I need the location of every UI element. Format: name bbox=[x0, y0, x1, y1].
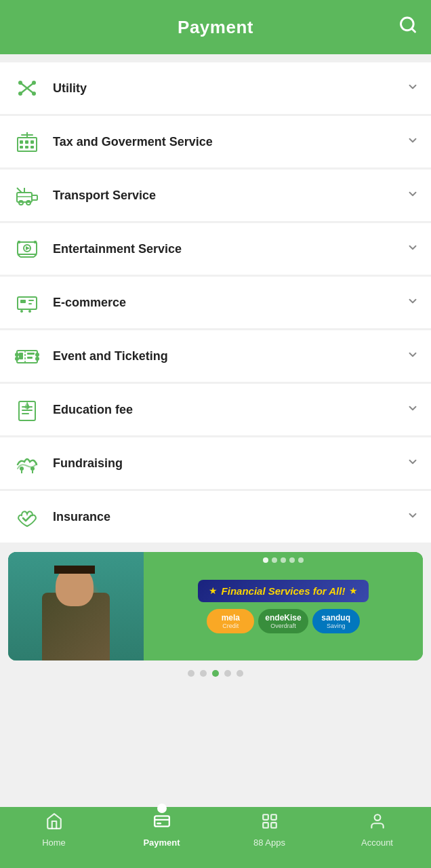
pagination-dots bbox=[0, 670, 431, 677]
page-dot-1[interactable] bbox=[188, 670, 194, 677]
pill-endekise-sub: Overdraft bbox=[265, 623, 301, 629]
svg-rect-62 bbox=[271, 823, 276, 828]
pill-sanduq-name: sanduq bbox=[319, 613, 353, 623]
nav-label-apps: 88 Apps bbox=[253, 837, 285, 848]
svg-rect-9 bbox=[20, 140, 23, 144]
svg-point-36 bbox=[20, 310, 23, 313]
banner-inner: ★ Financial Services for All! ★ mela Cre… bbox=[8, 552, 423, 660]
banner-pill-sanduq: sanduq Saving bbox=[312, 609, 360, 633]
page-dot-5[interactable] bbox=[237, 670, 243, 677]
svg-rect-10 bbox=[25, 140, 28, 144]
banner-pills: mela Credit endeKise Overdraft sanduq Sa… bbox=[207, 609, 359, 633]
education-icon bbox=[12, 395, 42, 425]
svg-rect-12 bbox=[20, 146, 23, 149]
transport-label: Transport Service bbox=[53, 189, 407, 203]
tax-label: Tax and Goverment Service bbox=[53, 135, 407, 149]
chevron-down-icon bbox=[407, 349, 419, 364]
svg-rect-18 bbox=[32, 195, 37, 200]
utility-icon bbox=[12, 73, 42, 103]
svg-rect-14 bbox=[30, 146, 34, 149]
menu-item-tax[interactable]: Tax and Goverment Service bbox=[0, 116, 431, 167]
svg-point-42 bbox=[35, 353, 39, 357]
banner-photo bbox=[8, 552, 144, 660]
fundraising-label: Fundraising bbox=[53, 456, 407, 471]
svg-rect-56 bbox=[155, 816, 169, 826]
svg-rect-30 bbox=[18, 241, 20, 243]
insurance-icon bbox=[12, 502, 42, 532]
svg-rect-13 bbox=[25, 146, 28, 149]
fundraising-icon bbox=[12, 448, 42, 478]
nav-item-home[interactable]: Home bbox=[0, 812, 108, 848]
chevron-down-icon bbox=[407, 134, 419, 150]
chevron-down-icon bbox=[407, 81, 419, 96]
nav-label-payment: Payment bbox=[143, 837, 180, 848]
chevron-down-icon bbox=[407, 402, 419, 418]
chevron-down-icon bbox=[407, 295, 419, 311]
header: Payment bbox=[0, 0, 431, 54]
svg-rect-11 bbox=[30, 140, 34, 144]
menu-item-education[interactable]: Education fee bbox=[0, 384, 431, 435]
svg-point-40 bbox=[15, 353, 19, 357]
menu-item-insurance[interactable]: Insurance bbox=[0, 491, 431, 542]
svg-rect-59 bbox=[263, 814, 268, 820]
pill-mela-sub: Credit bbox=[213, 623, 247, 629]
payment-icon bbox=[153, 812, 171, 835]
menu-item-transport[interactable]: Transport Service bbox=[0, 170, 431, 221]
svg-rect-8 bbox=[18, 138, 37, 151]
pill-endekise-name: endeKise bbox=[265, 613, 301, 623]
svg-point-43 bbox=[35, 357, 39, 361]
svg-rect-47 bbox=[19, 353, 23, 359]
banner-pill-mela: mela Credit bbox=[207, 609, 254, 633]
svg-point-6 bbox=[18, 92, 22, 96]
svg-point-41 bbox=[15, 357, 19, 361]
page-dot-2[interactable] bbox=[200, 670, 207, 677]
svg-rect-31 bbox=[34, 241, 37, 243]
svg-rect-60 bbox=[271, 814, 276, 820]
insurance-label: Insurance bbox=[53, 510, 407, 524]
event-label: Event and Ticketing bbox=[53, 349, 407, 363]
tax-icon bbox=[12, 127, 42, 157]
menu-item-utility[interactable]: Utility bbox=[0, 62, 431, 114]
svg-rect-45 bbox=[27, 353, 35, 355]
svg-line-22 bbox=[17, 188, 22, 193]
bottom-navigation: Home Payment 88 Apps bbox=[0, 807, 431, 868]
banner-title: Financial Services for All! bbox=[222, 585, 346, 597]
menu-item-ecommerce[interactable]: E-commerce bbox=[0, 277, 431, 328]
svg-point-7 bbox=[32, 92, 36, 96]
nav-item-apps[interactable]: 88 Apps bbox=[216, 812, 323, 848]
chevron-down-icon bbox=[407, 509, 419, 525]
nav-item-account[interactable]: Account bbox=[323, 812, 431, 848]
svg-rect-33 bbox=[20, 300, 26, 303]
page-dot-3[interactable] bbox=[212, 670, 219, 677]
page-dot-4[interactable] bbox=[224, 670, 231, 677]
svg-rect-35 bbox=[28, 303, 32, 304]
pill-mela-name: mela bbox=[213, 613, 247, 623]
svg-point-63 bbox=[374, 814, 380, 821]
svg-rect-34 bbox=[28, 300, 34, 301]
nav-label-home: Home bbox=[42, 837, 66, 848]
menu-item-fundraising[interactable]: Fundraising bbox=[0, 437, 431, 489]
svg-rect-61 bbox=[263, 823, 268, 828]
ecommerce-label: E-commerce bbox=[53, 296, 407, 310]
page-title: Payment bbox=[178, 17, 253, 38]
svg-rect-32 bbox=[18, 297, 37, 309]
svg-point-5 bbox=[32, 81, 36, 85]
svg-point-53 bbox=[30, 467, 35, 471]
menu-item-entertainment[interactable]: Entertainment Service bbox=[0, 223, 431, 275]
nav-item-payment[interactable]: Payment bbox=[108, 812, 216, 848]
menu-item-event[interactable]: Event and Ticketing bbox=[0, 330, 431, 382]
payment-menu-list: Utility bbox=[0, 62, 431, 542]
banner-content: ★ Financial Services for All! ★ mela Cre… bbox=[144, 552, 423, 660]
chevron-down-icon bbox=[407, 188, 419, 203]
banner[interactable]: ★ Financial Services for All! ★ mela Cre… bbox=[8, 552, 423, 660]
account-icon bbox=[369, 812, 386, 835]
svg-line-1 bbox=[411, 28, 415, 32]
apps-icon bbox=[261, 812, 279, 835]
home-icon bbox=[45, 812, 63, 835]
ecommerce-icon bbox=[12, 288, 42, 317]
pill-sanduq-sub: Saving bbox=[319, 623, 353, 629]
search-icon[interactable] bbox=[398, 16, 417, 39]
event-icon bbox=[12, 341, 42, 371]
svg-point-4 bbox=[18, 81, 22, 85]
svg-marker-26 bbox=[26, 246, 30, 250]
